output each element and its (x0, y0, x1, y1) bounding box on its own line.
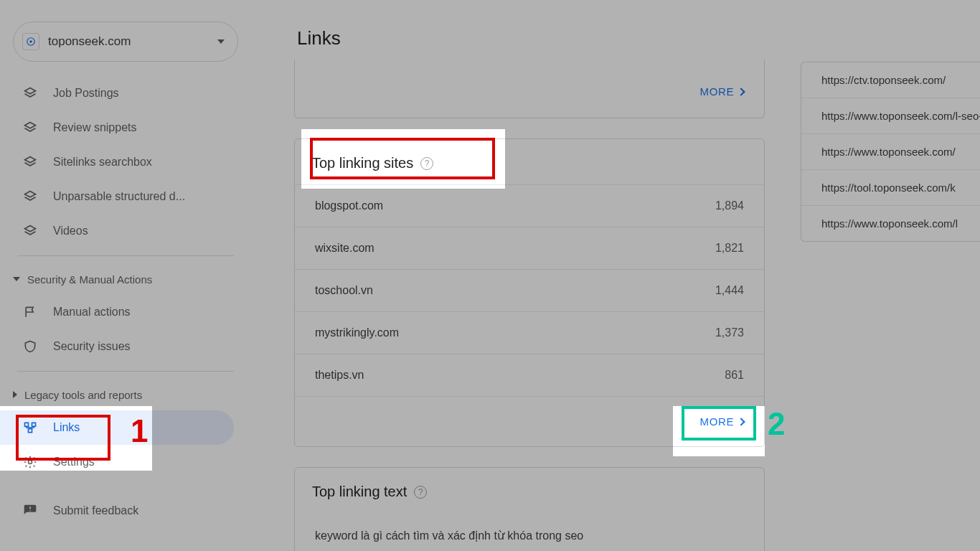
sidebar-item-label: Security issues (53, 340, 131, 353)
page-title: Links (297, 27, 937, 50)
sidebar-item-videos[interactable]: Videos (0, 214, 234, 248)
count-cell: 1,373 (715, 326, 744, 339)
site-cell: mystrikingly.com (315, 326, 399, 339)
sidebar-item-review-snippets[interactable]: Review snippets (0, 110, 234, 145)
card-top-linked-pages-right: https://ctv.toponseek.com/ https://www.t… (801, 62, 980, 242)
sidebar-item-label: Videos (53, 225, 88, 237)
feedback-icon (22, 502, 39, 519)
table-row[interactable]: thetips.vn 861 (295, 354, 764, 396)
sidebar-item-links[interactable]: Links (0, 410, 234, 445)
link-row[interactable]: https://www.toponseek.com/ (801, 133, 980, 169)
sidebar-section-label: Security & Manual Actions (27, 273, 152, 286)
site-cell: thetips.vn (315, 369, 364, 382)
help-icon[interactable]: ? (420, 157, 433, 170)
sidebar-item-unparsable-structured-data[interactable]: Unparsable structured d... (0, 179, 234, 214)
more-label: MORE (700, 415, 734, 428)
property-icon (22, 33, 39, 50)
sidebar-item-label: Settings (53, 456, 95, 468)
count-cell: 1,821 (715, 242, 744, 255)
card-top-linking-text: Top linking text ? keyword là gì cách tì… (294, 467, 765, 551)
sidebar-section-label: Legacy tools and reports (24, 389, 142, 401)
count-cell: 1,894 (715, 199, 744, 212)
sidebar-item-label: Submit feedback (53, 504, 138, 517)
site-cell: blogspot.com (315, 199, 383, 212)
card-footer: MORE (295, 396, 764, 446)
count-cell: 861 (725, 369, 744, 382)
chevron-right-icon (737, 418, 745, 425)
sidebar-item-submit-feedback[interactable]: Submit feedback (0, 494, 234, 528)
layers-icon (22, 188, 39, 205)
table-row[interactable]: blogspot.com 1,894 (295, 184, 764, 227)
divider (17, 371, 234, 372)
sidebar: toponseek.com Job Postings Review snippe… (0, 0, 251, 551)
layers-icon (22, 119, 39, 136)
chevron-down-icon (13, 277, 20, 281)
property-domain: toponseek.com (48, 34, 209, 49)
dropdown-icon (217, 39, 225, 44)
more-button[interactable]: MORE (694, 80, 750, 103)
sidebar-item-label: Sitelinks searchbox (53, 156, 152, 169)
table-row[interactable]: toschool.vn 1,444 (295, 269, 764, 311)
help-icon[interactable]: ? (414, 486, 427, 499)
card-top-linked-pages-partial: MORE (294, 60, 765, 118)
sidebar-section-security[interactable]: Security & Manual Actions (0, 263, 234, 295)
site-cell: toschool.vn (315, 284, 373, 297)
sidebar-item-label: Review snippets (53, 121, 137, 134)
more-label: MORE (700, 85, 734, 98)
svg-point-5 (29, 461, 32, 464)
sidebar-item-label: Unparsable structured d... (53, 190, 185, 203)
svg-rect-2 (25, 423, 29, 426)
layers-icon (22, 154, 39, 171)
card-header: Top linking text ? (295, 468, 764, 513)
gear-icon (22, 453, 39, 471)
links-icon (22, 419, 39, 436)
link-row[interactable]: https://www.toponseek.com/l-seo-tot/ (801, 98, 980, 133)
svg-rect-3 (32, 423, 36, 426)
text-row[interactable]: keyword là gì cách tìm và xác định từ kh… (295, 513, 764, 551)
flag-icon (22, 303, 39, 321)
divider (17, 255, 234, 256)
sidebar-item-label: Links (53, 421, 80, 434)
svg-point-1 (29, 40, 32, 43)
link-row[interactable]: https://www.toponseek.com/l (801, 205, 980, 241)
layers-icon (22, 85, 39, 102)
shield-icon (22, 338, 39, 355)
sidebar-item-job-postings[interactable]: Job Postings (0, 76, 234, 110)
card-top-linking-sites: Top linking sites ? blogspot.com 1,894 w… (294, 138, 765, 447)
site-cell: wixsite.com (315, 242, 374, 255)
sidebar-item-label: Manual actions (53, 306, 131, 319)
chevron-right-icon (737, 88, 745, 95)
svg-rect-4 (29, 429, 32, 433)
chevron-right-icon (13, 391, 17, 398)
link-row[interactable]: https://tool.toponseek.com/k (801, 169, 980, 205)
more-button[interactable]: MORE (694, 410, 750, 433)
link-row[interactable]: https://ctv.toponseek.com/ (801, 62, 980, 98)
sidebar-item-manual-actions[interactable]: Manual actions (0, 295, 234, 329)
table-row[interactable]: mystrikingly.com 1,373 (295, 311, 764, 354)
card-title: Top linking sites (312, 155, 413, 171)
table-row[interactable]: wixsite.com 1,821 (295, 227, 764, 269)
sidebar-item-security-issues[interactable]: Security issues (0, 329, 234, 364)
count-cell: 1,444 (715, 284, 744, 297)
sidebar-item-label: Job Postings (53, 87, 119, 100)
card-header: Top linking sites ? (295, 139, 764, 184)
property-selector[interactable]: toponseek.com (13, 22, 238, 62)
sidebar-item-sitelinks-searchbox[interactable]: Sitelinks searchbox (0, 145, 234, 179)
sidebar-section-legacy[interactable]: Legacy tools and reports (0, 379, 234, 410)
card-title: Top linking text (312, 484, 407, 500)
layers-icon (22, 222, 39, 240)
table-body: blogspot.com 1,894 wixsite.com 1,821 tos… (295, 184, 764, 396)
sidebar-item-settings[interactable]: Settings (0, 445, 234, 479)
